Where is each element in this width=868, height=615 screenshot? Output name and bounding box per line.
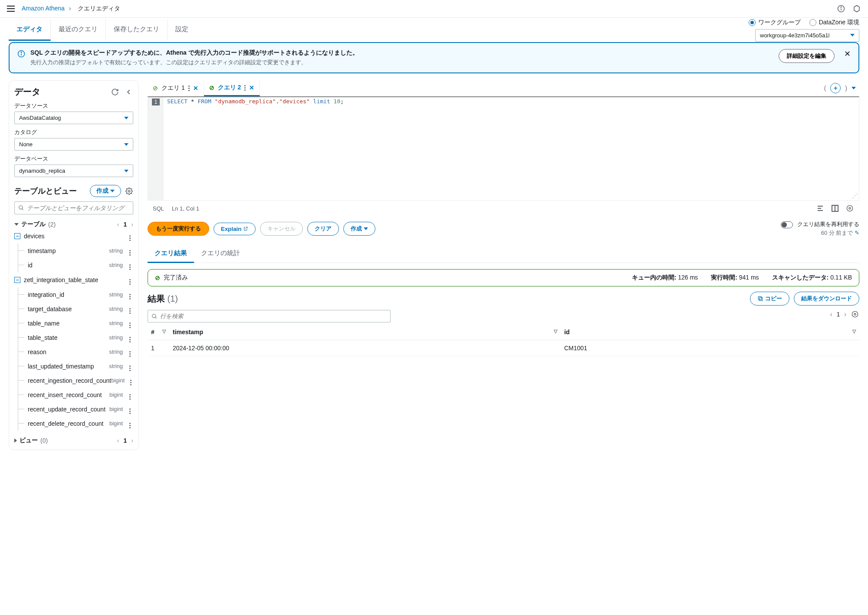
column-row[interactable]: last_updated_timestampstring [18,359,133,373]
tab-saved[interactable]: 保存したクエリ [106,19,168,41]
explain-button[interactable]: Explain [214,223,256,235]
reuse-toggle[interactable]: クエリ結果を再利用する [781,220,859,228]
column-menu-icon[interactable] [126,347,133,357]
column-row[interactable]: idstring [18,258,133,272]
copy-button[interactable]: コピー [750,292,789,306]
expand-views-icon[interactable] [14,438,17,443]
column-row[interactable]: timestampstring [18,243,133,258]
collapse-tables-icon[interactable] [14,223,19,226]
workgroup-select[interactable]: workgroup-4e3zm7i45o5a1l [755,29,859,42]
download-button[interactable]: 結果をダウンロード [794,292,859,306]
catalog-label: カタログ [14,128,133,136]
table-node[interactable]: −zetl_integration_table_state [14,272,133,287]
col-id[interactable]: id▽ [561,324,859,340]
tab-recent[interactable]: 最近のクエリ [51,19,106,41]
column-row[interactable]: table_namestring [18,316,133,330]
help-icon[interactable] [852,4,861,13]
collapse-icon[interactable]: − [14,277,20,283]
page-next-icon[interactable]: › [131,437,133,444]
tab-settings[interactable]: 設定 [168,19,196,41]
column-row[interactable]: reasonstring [18,345,133,359]
cancel-button: キャンセル [260,222,303,236]
tab-menu-icon[interactable] [244,85,246,91]
column-menu-icon[interactable] [128,375,133,385]
collapse-icon[interactable] [125,88,133,96]
page-prev-icon[interactable]: ‹ [830,311,832,318]
create-button[interactable]: 作成 [343,222,375,236]
close-icon[interactable]: ✕ [844,49,851,59]
table-row[interactable]: 12024-12-05 00:00:00CM1001 [148,340,859,356]
sql-editor[interactable]: 1 SELECT * FROM "dynamodb_replica"."devi… [148,96,859,201]
column-menu-icon[interactable] [126,390,133,400]
col-timestamp[interactable]: timestamp▽ [169,324,561,340]
page-prev-icon[interactable]: ‹ [117,437,119,444]
collapse-icon[interactable]: − [14,233,20,239]
breadcrumb-service[interactable]: Amazon Athena [22,5,65,12]
query-status-banner: ⊘ 完了済み キュー内の時間: 126 ms 実行時間: 941 ms スキャン… [148,269,859,286]
column-menu-icon[interactable] [126,260,133,270]
page-next-icon[interactable]: › [131,221,133,228]
query-tab-2[interactable]: ⊘ クエリ 2 ✕ [204,80,260,96]
radio-datazone[interactable]: DataZone 環境 [809,19,859,26]
svg-point-2 [841,7,842,8]
column-row[interactable]: integration_idstring [18,287,133,302]
editor-panel: ⊘ クエリ 1 ✕ ⊘ クエリ 2 ✕ ( + ) 1 SELECT * FRO… [148,80,859,356]
radio-workgroup[interactable]: ワークグループ [749,19,801,26]
table-menu-icon[interactable] [126,231,133,241]
filter-tables-input[interactable] [14,201,133,214]
gear-icon[interactable] [851,310,859,319]
column-menu-icon[interactable] [126,318,133,328]
table-node[interactable]: −devices [14,228,133,243]
edit-settings-button[interactable]: 詳細設定を編集 [779,49,835,63]
clear-button[interactable]: クリア [307,222,339,236]
tab-menu-icon[interactable] [188,86,190,91]
layout-icon[interactable] [831,204,839,213]
tab-editor[interactable]: エディタ [9,19,51,41]
column-row[interactable]: recent_insert_record_countbigint [18,388,133,402]
format-icon[interactable] [816,204,825,213]
column-menu-icon[interactable] [126,304,133,314]
database-select[interactable]: dynamodb_replica [14,164,133,177]
column-menu-icon[interactable] [126,418,133,428]
tab-menu-dropdown[interactable] [852,87,856,89]
page-prev-icon[interactable]: ‹ [117,221,119,228]
results-tab[interactable]: クエリ結果 [148,245,194,263]
check-icon: ⊘ [153,85,158,92]
resize-handle-icon[interactable]: ⋰ [852,192,858,199]
column-menu-icon[interactable] [126,289,133,299]
close-tab-icon[interactable]: ✕ [249,84,254,91]
gear-icon[interactable] [845,204,854,213]
svg-marker-3 [854,6,859,12]
run-button[interactable]: もう一度実行する [148,222,209,236]
add-tab-button[interactable]: + [830,83,841,93]
stats-tab[interactable]: クエリの統計 [194,245,247,263]
info-icon[interactable] [837,4,845,13]
close-tab-icon[interactable]: ✕ [193,85,198,92]
search-rows-input[interactable] [148,310,391,322]
column-row[interactable]: recent_ingestion_record_countbigint [18,373,133,388]
column-menu-icon[interactable] [126,332,133,342]
catalog-select[interactable]: None [14,138,133,151]
refresh-icon[interactable] [111,88,119,96]
create-table-button[interactable]: 作成 [90,185,121,197]
page-next-icon[interactable]: › [844,311,846,318]
column-row[interactable]: recent_delete_record_countbigint [18,416,133,431]
menu-icon[interactable] [7,6,15,12]
editor-position: Ln 1, Col 1 [172,205,199,212]
datasource-select[interactable]: AwsDataCatalog [14,112,133,124]
column-row[interactable]: table_statestring [18,330,133,345]
edit-icon[interactable]: ✎ [855,230,859,236]
gear-icon[interactable] [125,187,133,195]
column-menu-icon[interactable] [126,246,133,256]
svg-point-18 [854,313,856,315]
column-menu-icon[interactable] [126,404,133,414]
column-row[interactable]: recent_update_record_countbigint [18,402,133,416]
table-menu-icon[interactable] [126,275,133,285]
column-menu-icon[interactable] [126,361,133,371]
results-table: #▽ timestamp▽ id▽ 12024-12-05 00:00:00CM… [148,324,859,356]
col-index[interactable]: #▽ [148,324,169,340]
banner-subtitle: 先行入力の推奨はデフォルトで有効になっています。この設定はクエリエディタの詳細設… [30,59,773,66]
editor-lang: SQL [153,205,164,212]
query-tab-1[interactable]: ⊘ クエリ 1 ✕ [148,81,204,95]
column-row[interactable]: target_databasestring [18,302,133,316]
